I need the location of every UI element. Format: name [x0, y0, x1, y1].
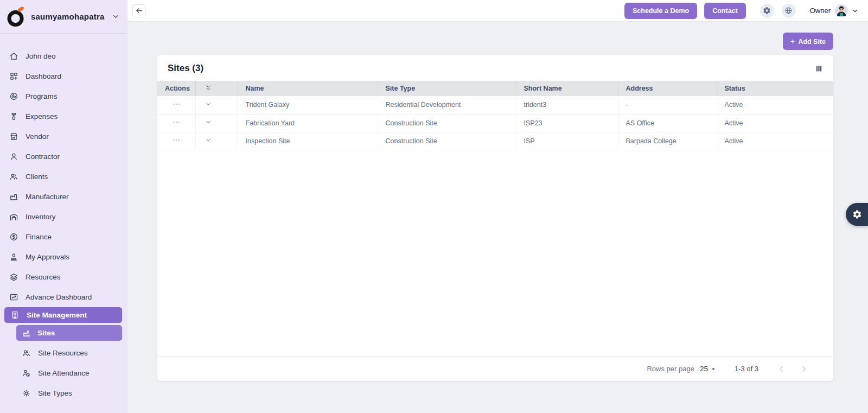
- plus-icon: +: [790, 37, 795, 46]
- contractor-icon: [9, 152, 18, 162]
- sidebar-item-site-attendance[interactable]: Site Attendance: [0, 363, 127, 383]
- programs-icon: [9, 92, 18, 101]
- cell-short-name: ISP23: [516, 114, 618, 132]
- sidebar-item-expenses[interactable]: Expenses: [0, 106, 127, 126]
- sidebar-item-programs[interactable]: Programs: [0, 86, 127, 106]
- cell-short-name: trident3: [516, 96, 618, 114]
- sidebar-item-clients[interactable]: Clients: [0, 167, 127, 187]
- content-area: +Add Site Sites (3) ActionsNameSite Type…: [127, 22, 868, 413]
- row-expand-button[interactable]: [205, 136, 212, 144]
- column-header-expand-all: [195, 81, 238, 96]
- row-expand-button[interactable]: [205, 100, 212, 108]
- pager: [777, 365, 808, 373]
- expenses-icon: [9, 112, 18, 122]
- sidebar-item-label: Dashboard: [25, 72, 61, 80]
- back-button[interactable]: [132, 4, 145, 17]
- chevron-down-icon[interactable]: [112, 12, 120, 21]
- column-header-address: Address: [618, 81, 717, 96]
- owner-menu[interactable]: Owner: [810, 4, 859, 17]
- sidebar-item-label: Sites: [37, 329, 55, 337]
- settings-button[interactable]: [760, 4, 774, 18]
- columns-icon: [815, 65, 823, 73]
- card-title: Sites (3): [168, 63, 203, 74]
- schedule-demo-button[interactable]: Schedule a Demo: [624, 3, 697, 19]
- sidebar-item-manufacturer[interactable]: Manufacturer: [0, 187, 127, 207]
- row-actions-button[interactable]: [172, 118, 181, 126]
- sidebar-item-resources[interactable]: Resources: [0, 267, 127, 287]
- site-types-icon: [21, 389, 31, 398]
- vendor-icon: [9, 132, 18, 142]
- sidebar-item-site-management[interactable]: Site Management: [4, 307, 122, 323]
- column-header-name: Name: [238, 81, 378, 96]
- cell-address: AS Office: [618, 114, 717, 132]
- row-expand-button[interactable]: [205, 118, 212, 126]
- row-actions-button[interactable]: [172, 100, 181, 109]
- cell-status: Active: [717, 114, 833, 132]
- rows-per-page-label: Rows per page: [647, 365, 694, 373]
- column-header-actions: Actions: [157, 81, 195, 96]
- rows-per-page-select[interactable]: 25: [700, 365, 717, 373]
- cell-address: -: [618, 96, 717, 114]
- cell-address: Barpada College: [618, 132, 717, 150]
- next-page-button[interactable]: [800, 365, 808, 373]
- site-resources-icon: [21, 348, 31, 358]
- chevron-right-icon: [800, 365, 808, 373]
- sidebar-item-label: Inventory: [25, 213, 56, 221]
- sites-icon: [22, 328, 31, 338]
- advance-dashboard-icon: [9, 293, 18, 302]
- cell-actions: [157, 132, 195, 150]
- sidebar-item-label: Advance Dashboard: [25, 293, 92, 301]
- sites-card: Sites (3) ActionsNameSite TypeShort Name…: [157, 55, 833, 381]
- brand-header[interactable]: saumyamohapatra: [0, 0, 127, 34]
- sidebar-item-site-types[interactable]: Site Types: [0, 383, 127, 403]
- owner-label: Owner: [810, 7, 831, 15]
- sidebar-item-john-deo[interactable]: John deo: [0, 46, 127, 66]
- sidebar-item-label: Site Types: [38, 389, 72, 397]
- app-root: saumyamohapatra John deoDashboardProgram…: [0, 0, 868, 413]
- sidebar-item-finance[interactable]: Finance: [0, 227, 127, 247]
- card-empty-space: [157, 150, 833, 357]
- sidebar-item-site-resources[interactable]: Site Resources: [0, 343, 127, 363]
- manufacturer-icon: [9, 192, 18, 202]
- row-actions-button[interactable]: [172, 136, 181, 144]
- inventory-icon: [9, 212, 18, 222]
- cell-site-type: Construction Site: [378, 132, 516, 150]
- table-header-row: ActionsNameSite TypeShort NameAddressSta…: [157, 81, 833, 96]
- expand-all-icon[interactable]: [205, 84, 212, 92]
- resources-icon: [9, 272, 18, 282]
- sidebar-item-label: Clients: [25, 173, 48, 181]
- column-header-site-type: Site Type: [378, 81, 516, 96]
- sidebar-item-label: Manufacturer: [25, 193, 69, 201]
- sidebar-item-label: Resources: [25, 273, 61, 281]
- sidebar-item-inventory[interactable]: Inventory: [0, 207, 127, 227]
- cell-status: Active: [717, 132, 833, 150]
- sidebar-item-my-approvals[interactable]: My Approvals: [0, 247, 127, 267]
- sidebar-item-vendor[interactable]: Vendor: [0, 126, 127, 147]
- card-header: Sites (3): [157, 55, 833, 81]
- table-row: Trident GalaxyResidential Developmenttri…: [157, 96, 833, 114]
- floating-settings-button[interactable]: [846, 203, 868, 226]
- sidebar-item-sites[interactable]: Sites: [16, 325, 122, 341]
- sidebar-item-label: Site Resources: [38, 349, 88, 357]
- add-site-row: +Add Site: [157, 33, 833, 50]
- site-attendance-icon: [21, 368, 31, 378]
- cell-site-type: Construction Site: [378, 114, 516, 132]
- rows-per-page-value: 25: [700, 365, 708, 373]
- sidebar-item-contractor[interactable]: Contractor: [0, 147, 127, 167]
- sidebar-item-advance-dashboard[interactable]: Advance Dashboard: [0, 287, 127, 307]
- pagination-range: 1-3 of 3: [735, 365, 758, 373]
- cell-site-type: Residential Development: [378, 96, 516, 114]
- brand-o-logo-icon: [6, 5, 26, 28]
- add-site-button[interactable]: +Add Site: [783, 33, 833, 50]
- contact-button[interactable]: Contact: [704, 3, 746, 19]
- approvals-icon: [9, 252, 18, 262]
- previous-page-button[interactable]: [777, 365, 786, 373]
- table-row: Fabrication YardConstruction SiteISP23AS…: [157, 114, 833, 132]
- chevron-down-icon: [851, 7, 859, 15]
- language-button[interactable]: [782, 4, 796, 18]
- brand-name: saumyamohapatra: [31, 12, 105, 21]
- avatar: [835, 4, 848, 17]
- sidebar-item-dashboard[interactable]: Dashboard: [0, 66, 127, 86]
- main-column: Schedule a Demo Contact Owner: [127, 0, 868, 413]
- column-settings-button[interactable]: [815, 65, 823, 73]
